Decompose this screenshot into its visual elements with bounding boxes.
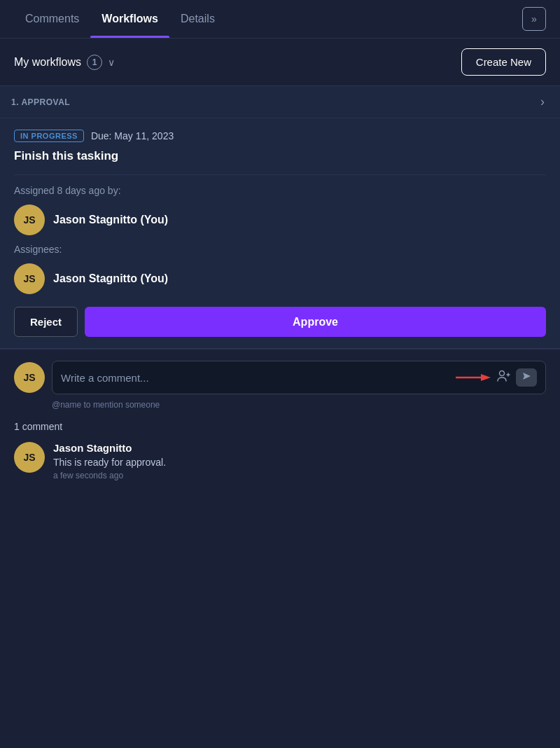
tab-bar: Comments Workflows Details » (0, 0, 560, 39)
expand-button[interactable]: » (522, 7, 546, 31)
comment-body: Jason Stagnitto This is ready for approv… (53, 442, 546, 480)
due-date: Due: May 11, 2023 (91, 130, 174, 141)
current-user-avatar: JS (14, 362, 45, 393)
assigner-avatar: JS (14, 205, 45, 235)
assigner-row: JS Jason Stagnitto (You) (14, 205, 546, 235)
svg-marker-5 (523, 373, 531, 380)
comment-section: JS (0, 349, 560, 421)
comment-author: Jason Stagnitto (53, 442, 546, 454)
comment-item: JS Jason Stagnitto This is ready for app… (14, 442, 546, 480)
create-new-button[interactable]: Create New (461, 48, 546, 76)
assignees-label: Assignees: (14, 244, 546, 255)
comment-actions (496, 368, 537, 387)
send-icon[interactable] (516, 368, 537, 387)
workflow-card: 1. APPROVAL › IN PROGRESS Due: May 11, 2… (0, 86, 560, 349)
action-buttons: Reject Approve (14, 307, 546, 337)
workflow-card-header: 1. APPROVAL › (0, 86, 560, 118)
svg-point-2 (500, 370, 505, 375)
tabs-container: Comments Workflows Details (14, 0, 522, 38)
approve-button[interactable]: Approve (85, 307, 546, 337)
tab-details[interactable]: Details (169, 0, 226, 38)
task-title: Finish this tasking (14, 149, 546, 163)
assignee-name: Jason Stagnitto (You) (53, 272, 168, 285)
comment-text: This is ready for approval. (53, 457, 546, 468)
reject-button[interactable]: Reject (14, 307, 78, 337)
status-row: IN PROGRESS Due: May 11, 2023 (14, 130, 546, 142)
comment-time: a few seconds ago (53, 471, 546, 480)
tab-workflows[interactable]: Workflows (90, 0, 169, 38)
workflows-selector[interactable]: My workflows 1 ∨ (14, 55, 115, 70)
comments-count: 1 comment (14, 421, 546, 432)
assignee-avatar: JS (14, 263, 45, 294)
toolbar: My workflows 1 ∨ Create New (0, 39, 560, 86)
comment-input-row: JS (14, 361, 546, 394)
workflow-nav-button[interactable]: › (536, 93, 549, 111)
mention-hint: @name to mention someone (52, 400, 546, 410)
workflows-label: My workflows (14, 56, 81, 69)
svg-marker-1 (481, 374, 491, 381)
count-badge: 1 (87, 55, 102, 70)
status-badge: IN PROGRESS (14, 130, 84, 142)
chevron-right-icon: › (540, 95, 545, 109)
arrow-icon (456, 372, 491, 383)
assignee-row: JS Jason Stagnitto (You) (14, 263, 546, 294)
comment-input-wrapper[interactable] (52, 361, 546, 394)
red-arrow-indicator (456, 372, 491, 383)
tab-comments[interactable]: Comments (14, 0, 90, 38)
comment-input[interactable] (61, 372, 447, 384)
divider (14, 174, 546, 175)
assigner-name: Jason Stagnitto (You) (53, 214, 168, 226)
comments-list: 1 comment JS Jason Stagnitto This is rea… (0, 421, 560, 494)
workflow-card-body: IN PROGRESS Due: May 11, 2023 Finish thi… (0, 118, 560, 348)
assigned-by-label: Assigned 8 days ago by: (14, 185, 546, 196)
comment-avatar: JS (14, 442, 45, 473)
chevron-down-icon: ∨ (108, 57, 115, 68)
workflow-step-label: 1. APPROVAL (11, 97, 70, 107)
add-person-icon[interactable] (496, 369, 510, 387)
